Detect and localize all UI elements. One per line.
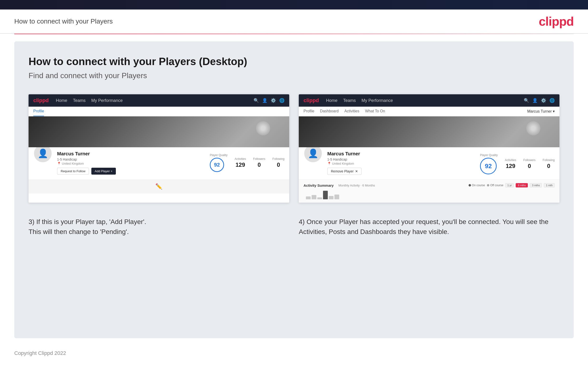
- following-value-1: 0: [272, 161, 285, 168]
- screenshot-bottom-1: ✏️: [28, 179, 289, 194]
- header-divider: [14, 34, 574, 34]
- activities-label-2: Activities: [505, 158, 516, 162]
- activities-value-2: 129: [505, 163, 516, 169]
- add-player-button-1[interactable]: Add Player +: [91, 168, 116, 175]
- user-icon-2[interactable]: 👤: [532, 98, 537, 103]
- app-navbar-2: clippd Home Teams My Performance 🔍 👤 ⚙️ …: [299, 94, 560, 107]
- settings-icon-2[interactable]: ⚙️: [541, 98, 546, 103]
- chart-bar-5: [329, 196, 334, 199]
- nav-links-2: Home Teams My Performance: [326, 98, 393, 103]
- activity-period: Monthly Activity · 6 Months: [338, 184, 375, 187]
- nav-home-1[interactable]: Home: [56, 98, 67, 103]
- nav-right-1: 🔍 👤 ⚙️ 🌐: [254, 98, 285, 103]
- chart-bar-4: [323, 191, 328, 199]
- globe-icon-1[interactable]: 🌐: [279, 98, 285, 103]
- filter-1yr[interactable]: 1 yr: [505, 183, 514, 187]
- activity-summary-title: Activity Summary: [303, 184, 334, 187]
- player-location-1: 📍 United Kingdom: [57, 162, 205, 165]
- nav-teams-1[interactable]: Teams: [73, 98, 86, 103]
- header: How to connect with your Players clippd: [0, 9, 588, 34]
- main-content: How to connect with your Players (Deskto…: [14, 41, 574, 338]
- followers-value-1: 0: [253, 161, 265, 168]
- off-course-label: Off course: [490, 184, 503, 187]
- following-label-2: Following: [543, 158, 555, 162]
- remove-player-label: Remove Player: [331, 169, 354, 173]
- nav-performance-2[interactable]: My Performance: [362, 98, 393, 103]
- off-course-legend: Off course: [487, 184, 503, 187]
- nav-home-2[interactable]: Home: [326, 98, 337, 103]
- location-pin-icon-2: 📍: [327, 162, 331, 165]
- header-title: How to connect with your Players: [14, 17, 113, 25]
- on-course-label: On course: [472, 184, 485, 187]
- activities-label-1: Activities: [235, 157, 246, 161]
- pencil-icon-1: ✏️: [155, 183, 163, 190]
- filter-3mths[interactable]: 3 mths: [530, 183, 542, 187]
- tab-activities-2[interactable]: Activities: [345, 107, 359, 116]
- profile-content-1: 👤 Marcus Turner 1-5 Handicap 📍 United Ki…: [28, 147, 289, 179]
- stat-quality-1: Player Quality 92: [210, 153, 228, 172]
- stat-activities-2: Activities 129: [505, 158, 516, 169]
- settings-icon-1[interactable]: ⚙️: [271, 98, 276, 103]
- player-handicap-2: 1-5 Handicap: [327, 158, 475, 161]
- quality-circle-1: 92: [210, 158, 224, 172]
- profile-banner-2: [299, 117, 560, 147]
- stat-followers-2: Followers 0: [523, 158, 536, 169]
- activity-filters: On course Off course 1 yr 6 mths 3 mths …: [469, 183, 555, 187]
- app-tabs-2: Profile Dashboard Activities What To On …: [299, 107, 560, 117]
- caption-2: 4) Once your Player has accepted your re…: [299, 217, 560, 237]
- app-navbar-1: clippd Home Teams My Performance 🔍 👤 ⚙️ …: [28, 94, 289, 107]
- stats-row-2: Player Quality 92 Activities 129 Followe…: [480, 151, 555, 174]
- activities-value-1: 129: [235, 161, 246, 168]
- tab-profile-1[interactable]: Profile: [33, 107, 44, 116]
- quality-label-1: Player Quality: [210, 153, 228, 157]
- player-handicap-1: 1-5 Handicap: [57, 158, 205, 161]
- profile-row-2: 👤 Marcus Turner 1-5 Handicap 📍 United Ki…: [303, 151, 555, 175]
- activity-header: Activity Summary Monthly Activity · 6 Mo…: [303, 183, 555, 187]
- nav-teams-2[interactable]: Teams: [343, 98, 356, 103]
- nav-links-1: Home Teams My Performance: [56, 98, 123, 103]
- tab-profile-2[interactable]: Profile: [303, 107, 314, 116]
- stat-quality-2: Player Quality 92: [480, 153, 498, 174]
- main-title: How to connect with your Players (Deskto…: [28, 56, 560, 67]
- profile-content-2: 👤 Marcus Turner 1-5 Handicap 📍 United Ki…: [299, 147, 560, 180]
- location-pin-icon-1: 📍: [57, 162, 61, 165]
- tab-dashboard-2[interactable]: Dashboard: [320, 107, 338, 116]
- profile-row-1: 👤 Marcus Turner 1-5 Handicap 📍 United Ki…: [33, 151, 285, 175]
- chart-bar-3: [317, 197, 322, 199]
- globe-icon-2[interactable]: 🌐: [549, 98, 555, 103]
- quality-label-2: Player Quality: [480, 153, 498, 157]
- stats-row-1: Player Quality 92 Activities 129 Followe…: [210, 151, 285, 172]
- captions-row: 3) If this is your Player tap, 'Add Play…: [28, 217, 560, 237]
- off-course-dot: [487, 184, 489, 186]
- followers-value-2: 0: [523, 163, 536, 169]
- copyright-text: Copyright Clippd 2022: [14, 350, 66, 356]
- filter-1mth[interactable]: 1 mth: [544, 183, 555, 187]
- player-name-1: Marcus Turner: [57, 151, 205, 157]
- quality-circle-2: 92: [480, 158, 497, 174]
- remove-player-button[interactable]: Remove Player ✕: [327, 168, 362, 175]
- avatar-icon-1: 👤: [38, 149, 48, 158]
- tab-user-2[interactable]: Marcus Turner ▾: [527, 107, 555, 116]
- filter-6mths[interactable]: 6 mths: [516, 183, 528, 187]
- activity-summary: Activity Summary Monthly Activity · 6 Mo…: [299, 180, 560, 203]
- clippd-logo: clippd: [539, 14, 574, 28]
- profile-info-1: Marcus Turner 1-5 Handicap 📍 United King…: [57, 151, 205, 175]
- stat-followers-1: Followers 0: [253, 157, 265, 168]
- chart-bars: [303, 190, 555, 199]
- app-tabs-1: Profile: [28, 107, 289, 117]
- screenshot-2: clippd Home Teams My Performance 🔍 👤 ⚙️ …: [299, 94, 560, 203]
- stat-following-2: Following 0: [543, 158, 555, 169]
- player-location-2: 📍 United Kingdom: [327, 162, 475, 165]
- search-icon-2[interactable]: 🔍: [524, 98, 529, 103]
- request-follow-button-1[interactable]: Request to Follow: [57, 168, 89, 175]
- remove-player-x-icon: ✕: [355, 169, 358, 173]
- top-bar: [0, 0, 588, 9]
- screenshots-row: clippd Home Teams My Performance 🔍 👤 ⚙️ …: [28, 94, 560, 203]
- search-icon-1[interactable]: 🔍: [254, 98, 259, 103]
- caption-1: 3) If this is your Player tap, 'Add Play…: [28, 217, 289, 237]
- nav-performance-1[interactable]: My Performance: [91, 98, 123, 103]
- user-icon-1[interactable]: 👤: [262, 98, 267, 103]
- profile-banner-1: [28, 117, 289, 147]
- tab-what-to-on-2[interactable]: What To On: [365, 107, 385, 116]
- on-course-dot: [469, 184, 471, 186]
